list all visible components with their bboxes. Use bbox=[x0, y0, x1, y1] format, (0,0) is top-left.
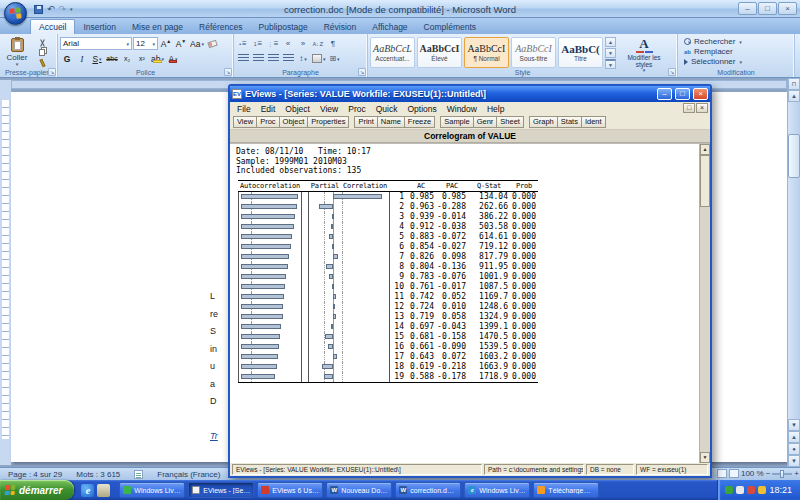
zoom-slider-thumb[interactable] bbox=[780, 470, 784, 478]
language-indicator[interactable]: Français (France) bbox=[157, 470, 220, 479]
child-close-button[interactable]: × bbox=[696, 103, 708, 113]
undo-icon[interactable]: ↶ bbox=[47, 4, 55, 14]
justify-button[interactable] bbox=[281, 52, 295, 65]
taskbar-Windows Live Ho...[interactable]: eWindows Live Ho... bbox=[464, 482, 530, 498]
show-paragraph-marks-button[interactable]: ¶ bbox=[326, 37, 340, 50]
ruler-toggle-button[interactable]: ⊓ bbox=[788, 78, 800, 90]
taskbar-EViews 6 Users ...[interactable]: EViews 6 Users ... bbox=[257, 482, 323, 498]
underline-button[interactable]: S▾ bbox=[90, 52, 104, 65]
numbered-list-button[interactable]: 1≡ bbox=[251, 37, 265, 50]
cut-button[interactable] bbox=[34, 38, 50, 47]
menu-view[interactable]: View bbox=[315, 104, 343, 114]
gallery-scroll-up-button[interactable]: ▲ bbox=[605, 37, 616, 47]
align-left-button[interactable] bbox=[236, 52, 250, 65]
sort-button[interactable]: A↓Z bbox=[311, 37, 325, 50]
font-size-select[interactable]: 12▾ bbox=[133, 37, 158, 50]
paste-button[interactable]: Coller ▾ bbox=[2, 36, 32, 67]
toolbar-ident-button[interactable]: Ident bbox=[582, 116, 606, 128]
align-center-button[interactable] bbox=[251, 52, 265, 65]
child-restore-button[interactable]: □ bbox=[683, 103, 695, 113]
zoom-slider[interactable] bbox=[772, 473, 792, 475]
find-button[interactable]: Rechercher▾ bbox=[680, 37, 792, 46]
eviews-maximize-button[interactable]: □ bbox=[675, 88, 690, 100]
menu-object[interactable]: Object bbox=[280, 104, 315, 114]
toolbar-object-button[interactable]: Object bbox=[280, 116, 309, 128]
word-count[interactable]: Mots : 3 615 bbox=[76, 470, 120, 479]
start-button[interactable]: démarrer bbox=[0, 480, 74, 500]
clipboard-dialog-launcher[interactable]: ↘ bbox=[48, 68, 56, 76]
bullet-list-button[interactable]: •≡ bbox=[236, 37, 250, 50]
subscript-button[interactable]: x₂ bbox=[120, 52, 134, 65]
tray-icon-shield[interactable] bbox=[725, 486, 733, 494]
toolbar-stats-button[interactable]: Stats bbox=[558, 116, 582, 128]
zoom-out-button[interactable]: − bbox=[766, 470, 771, 478]
tab-Affichage[interactable]: Affichage bbox=[364, 20, 415, 34]
taskbar-EViews - [Serie...[interactable]: EViews - [Serie... bbox=[188, 482, 254, 498]
internet-explorer-icon[interactable]: e bbox=[81, 484, 94, 497]
tray-icon-volume[interactable] bbox=[747, 486, 755, 494]
style-Accentuat...[interactable]: AaBbCcLAccentuat... bbox=[370, 37, 415, 68]
styles-dialog-launcher[interactable]: ↘ bbox=[668, 68, 676, 76]
toolbar-view-button[interactable]: View bbox=[233, 116, 257, 128]
close-button[interactable]: × bbox=[778, 2, 797, 15]
shading-button[interactable]: ▾ bbox=[311, 52, 327, 65]
tab-Compléments[interactable]: Compléments bbox=[416, 20, 484, 34]
line-spacing-button[interactable]: ↕▾ bbox=[296, 52, 310, 65]
tray-icon-updates[interactable] bbox=[758, 486, 766, 494]
save-icon[interactable] bbox=[34, 5, 43, 14]
scroll-up-button[interactable]: ▲ bbox=[788, 90, 800, 102]
font-color-button[interactable]: A▾ bbox=[166, 52, 180, 65]
toolbar-freeze-button[interactable]: Freeze bbox=[405, 116, 435, 128]
style-Élevé[interactable]: AaBbCcIÉlevé bbox=[417, 37, 462, 68]
increase-indent-button[interactable]: » bbox=[296, 37, 310, 50]
taskbar-correction.doc [...[interactable]: Wcorrection.doc [... bbox=[395, 482, 461, 498]
menu-window[interactable]: Window bbox=[442, 104, 482, 114]
menu-proc[interactable]: Proc bbox=[343, 104, 370, 114]
page-indicator[interactable]: Page : 4 sur 29 bbox=[8, 470, 62, 479]
clear-formatting-button[interactable] bbox=[206, 37, 220, 50]
eviews-close-button[interactable]: × bbox=[693, 88, 708, 100]
select-button[interactable]: Sélectionner▾ bbox=[680, 57, 792, 66]
toolbar-sheet-button[interactable]: Sheet bbox=[497, 116, 524, 128]
eviews-minimize-button[interactable]: – bbox=[657, 88, 672, 100]
style-Titre[interactable]: AaBbC(Titre bbox=[558, 37, 603, 68]
tab-Références[interactable]: Références bbox=[191, 20, 250, 34]
gallery-scroll-down-button[interactable]: ▼ bbox=[605, 48, 616, 58]
eviews-scrollbar-thumb[interactable] bbox=[700, 155, 710, 207]
view-web-layout-button[interactable] bbox=[729, 469, 739, 478]
tab-Révision[interactable]: Révision bbox=[316, 20, 365, 34]
shrink-font-button[interactable]: A▼ bbox=[174, 37, 188, 50]
office-button[interactable] bbox=[4, 2, 27, 25]
change-styles-button[interactable]: A Modifier les styles ▾ bbox=[618, 36, 670, 67]
tray-icon-messenger[interactable] bbox=[736, 486, 744, 494]
zoom-level[interactable]: 100 % bbox=[741, 469, 764, 478]
zoom-in-button[interactable]: + bbox=[794, 470, 799, 478]
superscript-button[interactable]: x² bbox=[135, 52, 149, 65]
qat-dropdown-icon[interactable]: ▾ bbox=[70, 7, 73, 11]
tab-Insertion[interactable]: Insertion bbox=[75, 20, 124, 34]
scroll-down-button[interactable]: ▼ bbox=[788, 419, 800, 431]
highlight-button[interactable]: ab▾ bbox=[150, 52, 165, 65]
browse-object-button[interactable]: ● bbox=[788, 443, 800, 455]
proofing-icon[interactable] bbox=[134, 470, 143, 479]
tab-Accueil[interactable]: Accueil bbox=[30, 19, 75, 34]
menu-edit[interactable]: Edit bbox=[256, 104, 281, 114]
replace-button[interactable]: abRemplacer bbox=[680, 47, 792, 56]
redo-icon[interactable]: ↷ bbox=[59, 4, 67, 14]
toolbar-genr-button[interactable]: Genr bbox=[474, 116, 498, 128]
previous-page-button[interactable]: ▲ bbox=[788, 431, 800, 443]
taskbar-Téléchargements[interactable]: Téléchargements bbox=[533, 482, 599, 498]
toolbar-graph-button[interactable]: Graph bbox=[529, 116, 558, 128]
grow-font-button[interactable]: A▲ bbox=[159, 37, 173, 50]
minimize-button[interactable]: – bbox=[738, 2, 757, 15]
menu-quick[interactable]: Quick bbox=[371, 104, 403, 114]
tab-Publipostage[interactable]: Publipostage bbox=[251, 20, 316, 34]
toolbar-properties-button[interactable]: Properties bbox=[308, 116, 349, 128]
document-scrollbar[interactable]: ⊓ ▲ ▼ ▲ ● ▼ bbox=[787, 78, 800, 467]
font-name-select[interactable]: Arial▾ bbox=[60, 37, 132, 50]
style-Sous-titre[interactable]: AaBbCcISous-titre bbox=[511, 37, 556, 68]
change-case-button[interactable]: Aa▾ bbox=[189, 37, 205, 50]
decrease-indent-button[interactable]: « bbox=[281, 37, 295, 50]
taskbar-Nouveau Docum...[interactable]: WNouveau Docum... bbox=[326, 482, 392, 498]
taskbar-Windows Live M...[interactable]: Windows Live M... bbox=[119, 482, 185, 498]
